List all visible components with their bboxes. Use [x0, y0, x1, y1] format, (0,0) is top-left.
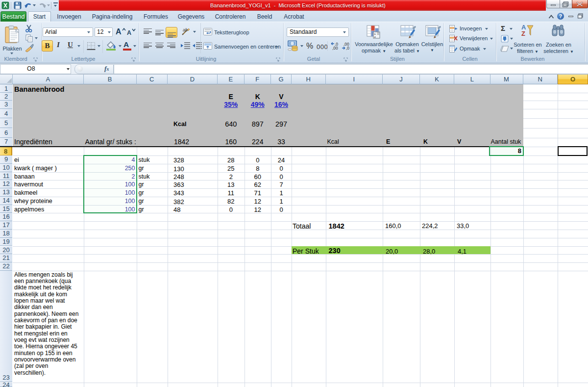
svg-text:ab: ab [183, 27, 188, 32]
svg-text:,0: ,0 [346, 46, 349, 51]
svg-text:,00: ,00 [332, 46, 338, 51]
svg-text:Z: Z [521, 30, 525, 37]
svg-text:☰: ☰ [377, 32, 379, 35]
